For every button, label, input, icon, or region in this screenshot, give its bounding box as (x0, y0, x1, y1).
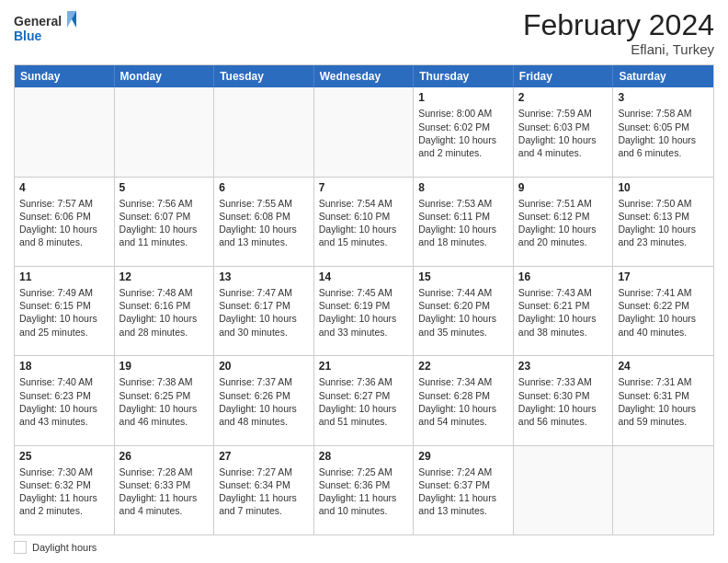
day-number: 13 (219, 270, 309, 284)
day-info: Sunrise: 7:50 AM Sunset: 6:13 PM Dayligh… (618, 198, 696, 248)
legend-label: Daylight hours (32, 542, 97, 553)
page: General Blue February 2024 Eflani, Turke… (0, 0, 728, 563)
day-info: Sunrise: 7:55 AM Sunset: 6:08 PM Dayligh… (219, 198, 297, 248)
calendar-title: February 2024 (523, 9, 714, 41)
legend: Daylight hours (14, 541, 714, 554)
calendar-week: 11Sunrise: 7:49 AM Sunset: 6:15 PM Dayli… (15, 266, 713, 355)
table-row: 18Sunrise: 7:40 AM Sunset: 6:23 PM Dayli… (15, 356, 115, 444)
table-row: 16Sunrise: 7:43 AM Sunset: 6:21 PM Dayli… (514, 267, 614, 355)
calendar-header-cell: Thursday (414, 65, 514, 87)
day-number: 1 (418, 90, 508, 105)
table-row: 7Sunrise: 7:54 AM Sunset: 6:10 PM Daylig… (314, 178, 415, 266)
table-row: 23Sunrise: 7:33 AM Sunset: 6:30 PM Dayli… (514, 356, 614, 444)
table-row: 5Sunrise: 7:56 AM Sunset: 6:07 PM Daylig… (115, 178, 215, 266)
title-block: February 2024 Eflani, Turkey (523, 9, 714, 57)
day-number: 11 (19, 270, 109, 284)
header: General Blue February 2024 Eflani, Turke… (14, 9, 714, 57)
day-number: 2 (518, 90, 609, 105)
table-row: 20Sunrise: 7:37 AM Sunset: 6:26 PM Dayli… (214, 356, 314, 444)
table-row: 22Sunrise: 7:34 AM Sunset: 6:28 PM Dayli… (414, 356, 514, 444)
svg-text:General: General (14, 14, 62, 29)
calendar-subtitle: Eflani, Turkey (523, 41, 714, 57)
table-row: 25Sunrise: 7:30 AM Sunset: 6:32 PM Dayli… (15, 446, 115, 534)
day-number: 20 (219, 359, 309, 373)
day-info: Sunrise: 7:59 AM Sunset: 6:03 PM Dayligh… (518, 108, 597, 158)
day-info: Sunrise: 7:49 AM Sunset: 6:15 PM Dayligh… (19, 287, 97, 338)
day-info: Sunrise: 7:27 AM Sunset: 6:34 PM Dayligh… (219, 466, 297, 517)
day-number: 25 (19, 449, 109, 464)
svg-text:Blue: Blue (14, 29, 42, 43)
day-number: 23 (518, 359, 609, 373)
day-info: Sunrise: 7:25 AM Sunset: 6:36 PM Dayligh… (319, 466, 397, 517)
table-row: 27Sunrise: 7:27 AM Sunset: 6:34 PM Dayli… (214, 446, 314, 534)
table-row: 12Sunrise: 7:48 AM Sunset: 6:16 PM Dayli… (115, 267, 215, 355)
table-row: 6Sunrise: 7:55 AM Sunset: 6:08 PM Daylig… (214, 178, 314, 266)
table-row: 8Sunrise: 7:53 AM Sunset: 6:11 PM Daylig… (414, 178, 514, 266)
day-info: Sunrise: 7:41 AM Sunset: 6:22 PM Dayligh… (618, 287, 696, 338)
day-info: Sunrise: 8:00 AM Sunset: 6:02 PM Dayligh… (418, 108, 496, 158)
calendar: SundayMondayTuesdayWednesdayThursdayFrid… (14, 64, 714, 535)
table-row: 21Sunrise: 7:36 AM Sunset: 6:27 PM Dayli… (314, 356, 415, 444)
day-info: Sunrise: 7:24 AM Sunset: 6:37 PM Dayligh… (418, 466, 496, 517)
day-number: 10 (618, 180, 709, 195)
logo: General Blue (14, 9, 78, 46)
table-row: 14Sunrise: 7:45 AM Sunset: 6:19 PM Dayli… (314, 267, 415, 355)
day-info: Sunrise: 7:28 AM Sunset: 6:33 PM Dayligh… (119, 466, 198, 517)
day-number: 18 (19, 359, 109, 373)
table-row: 1Sunrise: 8:00 AM Sunset: 6:02 PM Daylig… (414, 87, 514, 176)
day-number: 19 (119, 359, 210, 373)
calendar-header-cell: Monday (115, 65, 215, 87)
table-row (115, 87, 215, 176)
day-info: Sunrise: 7:37 AM Sunset: 6:26 PM Dayligh… (219, 376, 297, 427)
day-info: Sunrise: 7:48 AM Sunset: 6:16 PM Dayligh… (119, 287, 198, 338)
calendar-header-cell: Tuesday (214, 65, 314, 87)
day-number: 6 (219, 180, 309, 195)
table-row: 4Sunrise: 7:57 AM Sunset: 6:06 PM Daylig… (15, 178, 115, 266)
calendar-header-cell: Sunday (15, 65, 115, 87)
day-number: 16 (518, 270, 609, 284)
table-row: 2Sunrise: 7:59 AM Sunset: 6:03 PM Daylig… (514, 87, 614, 176)
table-row: 9Sunrise: 7:51 AM Sunset: 6:12 PM Daylig… (514, 178, 614, 266)
table-row: 26Sunrise: 7:28 AM Sunset: 6:33 PM Dayli… (115, 446, 215, 534)
day-info: Sunrise: 7:53 AM Sunset: 6:11 PM Dayligh… (418, 198, 496, 248)
table-row: 15Sunrise: 7:44 AM Sunset: 6:20 PM Dayli… (414, 267, 514, 355)
day-number: 27 (219, 449, 309, 464)
day-number: 28 (319, 449, 409, 464)
day-info: Sunrise: 7:43 AM Sunset: 6:21 PM Dayligh… (518, 287, 597, 338)
day-number: 5 (119, 180, 210, 195)
day-info: Sunrise: 7:31 AM Sunset: 6:31 PM Dayligh… (618, 376, 696, 427)
day-number: 4 (19, 180, 109, 195)
table-row: 19Sunrise: 7:38 AM Sunset: 6:25 PM Dayli… (115, 356, 215, 444)
calendar-header-cell: Friday (514, 65, 614, 87)
day-info: Sunrise: 7:36 AM Sunset: 6:27 PM Dayligh… (319, 376, 397, 427)
table-row: 13Sunrise: 7:47 AM Sunset: 6:17 PM Dayli… (214, 267, 314, 355)
table-row (314, 87, 415, 176)
logo-icon: General Blue (14, 9, 78, 46)
calendar-header-cell: Saturday (613, 65, 713, 87)
day-number: 21 (319, 359, 409, 373)
day-number: 17 (618, 270, 709, 284)
table-row (514, 446, 614, 534)
day-number: 3 (618, 90, 709, 105)
day-info: Sunrise: 7:30 AM Sunset: 6:32 PM Dayligh… (19, 466, 97, 517)
day-number: 12 (119, 270, 210, 284)
table-row: 29Sunrise: 7:24 AM Sunset: 6:37 PM Dayli… (414, 446, 514, 534)
day-info: Sunrise: 7:51 AM Sunset: 6:12 PM Dayligh… (518, 198, 597, 248)
day-number: 26 (119, 449, 210, 464)
day-info: Sunrise: 7:44 AM Sunset: 6:20 PM Dayligh… (418, 287, 496, 338)
table-row (15, 87, 115, 176)
day-info: Sunrise: 7:58 AM Sunset: 6:05 PM Dayligh… (618, 108, 696, 158)
day-info: Sunrise: 7:57 AM Sunset: 6:06 PM Dayligh… (19, 198, 97, 248)
day-info: Sunrise: 7:38 AM Sunset: 6:25 PM Dayligh… (119, 376, 198, 427)
day-info: Sunrise: 7:56 AM Sunset: 6:07 PM Dayligh… (119, 198, 198, 248)
table-row: 11Sunrise: 7:49 AM Sunset: 6:15 PM Dayli… (15, 267, 115, 355)
day-number: 22 (418, 359, 508, 373)
table-row: 17Sunrise: 7:41 AM Sunset: 6:22 PM Dayli… (613, 267, 713, 355)
day-number: 14 (319, 270, 409, 284)
day-info: Sunrise: 7:45 AM Sunset: 6:19 PM Dayligh… (319, 287, 397, 338)
day-number: 9 (518, 180, 609, 195)
day-number: 24 (618, 359, 709, 373)
table-row: 28Sunrise: 7:25 AM Sunset: 6:36 PM Dayli… (314, 446, 415, 534)
table-row: 24Sunrise: 7:31 AM Sunset: 6:31 PM Dayli… (613, 356, 713, 444)
legend-color-box (14, 541, 27, 554)
